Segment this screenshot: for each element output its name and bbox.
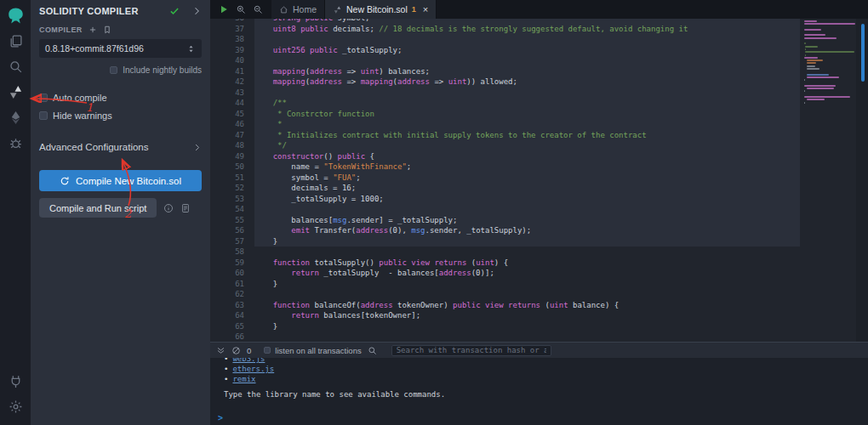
settings-icon[interactable] <box>1 395 30 418</box>
line-content[interactable]: decimals = 16; <box>254 183 800 194</box>
minimap[interactable] <box>802 20 856 342</box>
editor-code: 36 string public symbol;37 uint8 public … <box>210 19 800 342</box>
line-content[interactable] <box>254 289 800 300</box>
line-content[interactable]: uint8 public decimals; // 18 decimals is… <box>254 24 800 35</box>
minimap-line <box>804 79 805 81</box>
line-content[interactable]: mapping(address => uint) balances; <box>254 66 800 77</box>
line-content[interactable]: name = "TokenWithFinance"; <box>254 162 800 173</box>
code-line: 48 */ <box>210 140 800 151</box>
auto-compile-checkbox[interactable]: Auto compile <box>39 93 202 103</box>
nightly-builds-checkbox[interactable]: Include nightly builds <box>39 65 202 75</box>
checkbox-box[interactable] <box>39 111 48 120</box>
solidity-file-icon <box>333 5 342 14</box>
tab-home[interactable]: Home <box>271 0 325 19</box>
code-line: 43 <box>210 88 800 99</box>
line-content[interactable]: * Constrctor function <box>254 109 800 120</box>
library-link[interactable]: remix <box>232 375 255 383</box>
line-content[interactable]: mapping(address => mapping(address => ui… <box>254 76 800 88</box>
code-line: 47 * Initializes contract with initial s… <box>210 130 800 141</box>
line-content[interactable] <box>254 204 800 215</box>
checkbox-box[interactable] <box>110 66 117 74</box>
library-link[interactable]: ethers.js <box>232 365 274 373</box>
line-content[interactable]: function totalSupply() public view retur… <box>254 258 800 269</box>
minimap-line <box>807 76 838 78</box>
line-content[interactable]: */ <box>254 140 800 151</box>
solidity-compiler-panel: SOLIDITY COMPILER COMPILER 0.8.18+commit… <box>31 0 210 425</box>
run-icon[interactable] <box>215 0 232 19</box>
file-explorer-icon[interactable] <box>1 30 30 53</box>
info-icon[interactable] <box>163 203 174 213</box>
library-link[interactable]: web3.js <box>232 358 265 363</box>
code-line: 66 <box>210 332 800 342</box>
panel-chevron-right-icon[interactable] <box>191 6 202 16</box>
terminal-prompt[interactable]: > <box>218 413 223 422</box>
line-content[interactable] <box>254 332 800 342</box>
terminal-header: 0 listen on all transactions <box>210 343 868 358</box>
terminal-expand-icon[interactable] <box>216 346 226 355</box>
tab-new-bitcoin-sol[interactable]: New Bitcoin.sol1× <box>325 0 437 19</box>
line-content[interactable]: } <box>254 236 800 247</box>
plugin-manager-icon[interactable] <box>1 370 30 393</box>
line-content[interactable]: symbol = "FUA"; <box>254 173 800 184</box>
minimap-line <box>804 102 805 104</box>
compiler-version-select[interactable]: 0.8.18+commit.87f61d96 <box>39 39 202 58</box>
advanced-configurations-toggle[interactable]: Advanced Configurations <box>39 142 202 152</box>
advanced-configurations-label: Advanced Configurations <box>39 142 149 152</box>
minimap-line <box>804 23 855 25</box>
tab-badge: 1 <box>412 5 416 14</box>
hide-warnings-label: Hide warnings <box>53 110 112 121</box>
line-content[interactable] <box>254 246 800 258</box>
line-content[interactable]: * <box>254 119 800 130</box>
checkbox-box[interactable] <box>39 94 48 102</box>
line-content[interactable]: emit Transfer(address(0), msg.sender, _t… <box>254 225 800 236</box>
code-editor[interactable]: 36 string public symbol;37 uint8 public … <box>210 19 868 342</box>
zoom-out-icon[interactable] <box>249 0 266 19</box>
solidity-compiler-icon[interactable] <box>1 81 30 104</box>
line-content[interactable]: } <box>254 321 800 332</box>
listen-icon[interactable] <box>231 346 241 355</box>
line-number: 62 <box>210 289 254 300</box>
search-icon[interactable] <box>1 55 30 78</box>
code-line: 54 <box>210 204 800 215</box>
line-number: 52 <box>210 183 254 194</box>
code-line: 65 } <box>210 321 800 332</box>
terminal-help-text: Type the library name to see available c… <box>224 390 868 399</box>
scrollbar-thumb[interactable] <box>861 24 865 82</box>
editor-scrollbar[interactable] <box>856 19 868 342</box>
script-file-icon[interactable] <box>180 203 191 213</box>
line-number: 39 <box>210 45 254 56</box>
line-content[interactable]: uint256 public _totalSupply; <box>254 45 800 56</box>
code-line: 51 symbol = "FUA"; <box>210 173 800 184</box>
line-content[interactable]: } <box>254 279 800 290</box>
line-content[interactable]: /** <box>254 98 800 109</box>
line-content[interactable]: * Initializes contract with initial supp… <box>254 130 800 141</box>
listen-all-transactions-checkbox[interactable]: listen on all transactions <box>264 346 361 355</box>
line-content[interactable]: constructor() public { <box>254 151 800 162</box>
hide-warnings-checkbox[interactable]: Hide warnings <box>39 110 202 121</box>
bookmark-icon[interactable] <box>103 26 111 34</box>
line-content[interactable]: balances[msg.sender] = _totalSupply; <box>254 215 800 226</box>
compile-run-script-button[interactable]: Compile and Run script <box>39 198 157 218</box>
line-number: 37 <box>210 24 254 35</box>
zoom-in-icon[interactable] <box>232 0 249 19</box>
line-content[interactable] <box>254 55 800 66</box>
line-content[interactable] <box>254 34 800 45</box>
checkbox-box[interactable] <box>264 347 271 354</box>
line-content[interactable] <box>254 88 800 99</box>
debugger-icon[interactable] <box>1 132 30 155</box>
transaction-search-input[interactable] <box>391 345 551 356</box>
line-content[interactable]: _totalSupply = 1000; <box>254 194 800 205</box>
code-line: 38 <box>210 34 800 45</box>
line-content[interactable]: return balances[tokenOwner]; <box>254 310 800 321</box>
close-icon[interactable]: × <box>423 5 428 14</box>
add-compiler-icon[interactable] <box>89 26 97 34</box>
line-content[interactable]: return _totalSupply - balances[address(0… <box>254 268 800 279</box>
line-number: 42 <box>210 76 254 88</box>
deploy-run-icon[interactable] <box>1 106 30 129</box>
compile-button[interactable]: Compile New Bitcoin.sol <box>39 170 202 191</box>
refresh-icon <box>60 176 70 186</box>
line-number: 46 <box>210 119 254 130</box>
remix-logo[interactable] <box>1 4 30 27</box>
line-content[interactable]: function balanceOf(address tokenOwner) p… <box>254 300 800 311</box>
line-number: 64 <box>210 310 254 321</box>
